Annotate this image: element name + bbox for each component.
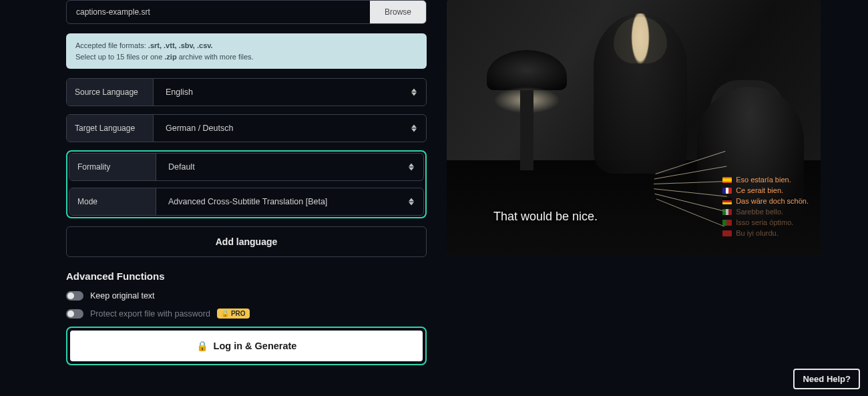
lock-icon: 🔒 (221, 310, 229, 317)
keep-original-row: Keep original text (66, 291, 427, 301)
info-line2-suffix: archive with more files. (177, 53, 254, 61)
accepted-formats-info: Accepted file formats: .srt, .vtt, .sbv,… (66, 33, 427, 69)
translation-it: Sarebbe bello. (722, 208, 809, 216)
browse-button[interactable]: Browse (370, 1, 426, 23)
flag-de-icon (722, 198, 732, 204)
info-line1-prefix: Accepted file formats: (75, 41, 148, 49)
translation-fr: Ce serait bien. (722, 186, 809, 194)
protect-password-toggle[interactable] (66, 309, 83, 319)
translation-tr: Bu iyi olurdu. (722, 229, 809, 237)
flag-fr-icon (722, 188, 732, 194)
target-language-label: Target Language (67, 115, 154, 142)
mode-select[interactable]: Mode Advanced Cross-Subtitle Translation… (69, 188, 424, 216)
select-arrows-icon (409, 164, 414, 171)
source-language-select[interactable]: Source Language English (66, 78, 427, 106)
info-line1-formats: .srt, .vtt, .sbv, .csv. (148, 41, 213, 49)
lock-icon: 🔒 (196, 341, 208, 352)
select-arrows-icon (409, 198, 414, 206)
need-help-button[interactable]: Need Help? (793, 369, 860, 389)
flag-it-icon (722, 209, 732, 215)
mode-label: Mode (69, 188, 156, 215)
file-input-row: captions-example.srt Browse (66, 0, 427, 24)
formality-label: Formality (69, 154, 156, 180)
mode-value: Advanced Cross-Subtitle Translation [Bet… (156, 188, 423, 215)
formality-select[interactable]: Formality Default (69, 153, 424, 181)
protect-password-row: Protect export file with password 🔒 PRO (66, 309, 427, 319)
source-language-value: English (154, 79, 426, 106)
file-name: captions-example.srt (67, 1, 370, 23)
source-language-label: Source Language (67, 79, 154, 106)
flag-pt-icon (722, 220, 732, 226)
translation-de: Das wäre doch schön. (722, 197, 809, 205)
target-language-value: German / Deutsch (154, 115, 426, 142)
preview-image: That would be nice. Eso estaría bien. Ce… (447, 0, 821, 256)
select-arrows-icon (411, 89, 417, 96)
keep-original-toggle[interactable] (66, 291, 83, 301)
add-language-button[interactable]: Add language (66, 226, 427, 257)
highlighted-options-group: Formality Default Mode Advanced Cross-Su… (66, 150, 427, 218)
info-line2-prefix: Select up to 15 files or one (75, 53, 164, 61)
generate-highlight: 🔒 Log in & Generate (66, 327, 427, 365)
keep-original-label: Keep original text (90, 291, 155, 301)
preview-caption: That would be nice. (493, 210, 598, 224)
pro-badge: 🔒 PRO (217, 309, 250, 319)
info-line2-bold: .zip (164, 53, 176, 61)
preview-translations: Eso estaría bien. Ce serait bien. Das wä… (722, 176, 809, 237)
select-arrows-icon (411, 125, 417, 132)
login-generate-button[interactable]: 🔒 Log in & Generate (70, 331, 423, 361)
formality-value: Default (156, 154, 423, 180)
target-language-select[interactable]: Target Language German / Deutsch (66, 114, 427, 142)
flag-tr-icon (722, 230, 732, 236)
translation-pt: Isso seria óptimo. (722, 218, 809, 226)
flag-es-icon (722, 177, 732, 183)
protect-password-label: Protect export file with password (90, 309, 210, 319)
translation-es: Eso estaría bien. (722, 176, 809, 184)
advanced-functions-title: Advanced Functions (66, 270, 427, 282)
